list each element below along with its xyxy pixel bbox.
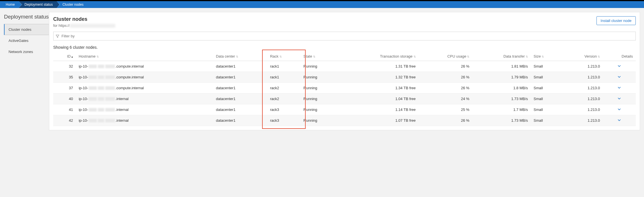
cell-datacenter: datacenter1: [213, 94, 267, 104]
sort-icon: ⇅: [598, 55, 600, 58]
cluster-nodes-table: ID▴ Hostname⇅ Data center⇅ Rack⇅ State⇅: [53, 52, 636, 126]
cell-cpu: 26 %: [419, 72, 472, 83]
col-hostname[interactable]: Hostname⇅: [76, 52, 213, 61]
breadcrumb-item[interactable]: Deployment status: [19, 1, 57, 8]
cell-id: 35: [53, 72, 76, 83]
cell-datacenter: datacenter1: [213, 83, 267, 94]
content-title: Cluster nodes: [53, 16, 115, 22]
sort-icon: ⇅: [413, 55, 416, 58]
cell-rack: rack1: [267, 61, 301, 72]
sidebar: Deployment status Cluster nodesActiveGat…: [0, 8, 49, 57]
cell-state: Running: [301, 83, 338, 94]
sort-icon: ⇅: [236, 55, 238, 58]
page-title: Deployment status: [4, 14, 49, 20]
chevron-down-icon: [617, 96, 621, 100]
col-rack[interactable]: Rack⇅: [267, 52, 301, 61]
cell-version: 1.213.0: [562, 72, 603, 83]
table-row[interactable]: 41ip-10-.internaldatacenter1rack3Running…: [53, 104, 636, 115]
cell-data-transfer: 1.73 MB/s: [472, 115, 531, 126]
cell-tx-storage: 1.04 TB free: [338, 94, 419, 104]
cell-version: 1.213.0: [562, 104, 603, 115]
breadcrumb-item[interactable]: Cluster nodes: [57, 1, 87, 8]
cell-id: 42: [53, 115, 76, 126]
chevron-down-icon: [617, 107, 621, 111]
redacted-url: [70, 24, 115, 28]
col-data-transfer[interactable]: Data transfer⇅: [472, 52, 531, 61]
expand-row-button[interactable]: [603, 94, 636, 104]
sidebar-nav: Cluster nodesActiveGatesNetwork zones: [4, 24, 49, 57]
cell-id: 37: [53, 83, 76, 94]
sidebar-item[interactable]: Cluster nodes: [4, 24, 49, 35]
expand-row-button[interactable]: [603, 83, 636, 94]
col-tx-storage[interactable]: Transaction storage⇅: [338, 52, 419, 61]
breadcrumb: HomeDeployment statusCluster nodes: [0, 1, 644, 8]
col-datacenter[interactable]: Data center⇅: [213, 52, 267, 61]
cell-datacenter: datacenter1: [213, 72, 267, 83]
sort-icon: ⇅: [467, 55, 469, 58]
expand-row-button[interactable]: [603, 115, 636, 126]
content-subtitle: for https://: [53, 23, 115, 28]
expand-row-button[interactable]: [603, 104, 636, 115]
cell-data-transfer: 1.81 MB/s: [472, 61, 531, 72]
cell-size: Small: [531, 94, 562, 104]
sort-icon: ⇅: [279, 55, 282, 58]
col-cpu[interactable]: CPU usage⇅: [419, 52, 472, 61]
cell-data-transfer: 1.79 MB/s: [472, 72, 531, 83]
table-row[interactable]: 37ip-10-.compute.internaldatacenter1rack…: [53, 83, 636, 94]
chevron-down-icon: [617, 118, 621, 122]
col-details: Details: [603, 52, 636, 61]
cell-rack: rack2: [267, 94, 301, 104]
chevron-down-icon: [617, 64, 621, 68]
sidebar-item[interactable]: Network zones: [4, 46, 49, 57]
filter-icon: [56, 34, 59, 38]
breadcrumb-item[interactable]: Home: [0, 1, 19, 8]
install-cluster-node-button[interactable]: Install cluster node: [596, 16, 636, 25]
cell-id: 32: [53, 61, 76, 72]
cell-size: Small: [531, 83, 562, 94]
cell-version: 1.213.0: [562, 115, 603, 126]
cell-tx-storage: 1.31 TB free: [338, 61, 419, 72]
cell-cpu: 26 %: [419, 115, 472, 126]
cell-hostname: ip-10-.internal: [76, 94, 213, 104]
col-id[interactable]: ID▴: [53, 52, 76, 61]
sort-asc-icon: ▴: [71, 55, 73, 58]
cell-size: Small: [531, 115, 562, 126]
cell-data-transfer: 1.8 MB/s: [472, 83, 531, 94]
sort-icon: ⇅: [526, 55, 528, 58]
table-row[interactable]: 35ip-10-.compute.internaldatacenter1rack…: [53, 72, 636, 83]
cell-hostname: ip-10-.compute.internal: [76, 72, 213, 83]
cell-state: Running: [301, 115, 338, 126]
cell-id: 41: [53, 104, 76, 115]
expand-row-button[interactable]: [603, 72, 636, 83]
chevron-down-icon: [617, 75, 621, 79]
cell-cpu: 26 %: [419, 61, 472, 72]
col-size[interactable]: Size⇅: [531, 52, 562, 61]
cell-hostname: ip-10-.compute.internal: [76, 83, 213, 94]
main-panel: Cluster nodes for https:// Install clust…: [49, 12, 640, 130]
table-row[interactable]: 32ip-10-.compute.internaldatacenter1rack…: [53, 61, 636, 72]
cell-hostname: ip-10-.internal: [76, 104, 213, 115]
cell-version: 1.213.0: [562, 94, 603, 104]
cell-tx-storage: 1.34 TB free: [338, 83, 419, 94]
cell-state: Running: [301, 94, 338, 104]
col-version[interactable]: Version⇅: [562, 52, 603, 61]
filter-bar[interactable]: [53, 32, 636, 40]
filter-input[interactable]: [61, 34, 633, 38]
table-row[interactable]: 40ip-10-.internaldatacenter1rack2Running…: [53, 94, 636, 104]
col-state[interactable]: State⇅: [301, 52, 338, 61]
cell-state: Running: [301, 61, 338, 72]
table-row[interactable]: 42ip-10-.internaldatacenter1rack3Running…: [53, 115, 636, 126]
sidebar-item[interactable]: ActiveGates: [4, 35, 49, 46]
expand-row-button[interactable]: [603, 61, 636, 72]
cell-datacenter: datacenter1: [213, 104, 267, 115]
chevron-down-icon: [617, 86, 621, 90]
cell-rack: rack1: [267, 72, 301, 83]
cell-id: 40: [53, 94, 76, 104]
cell-size: Small: [531, 104, 562, 115]
cell-rack: rack3: [267, 104, 301, 115]
sort-icon: ⇅: [313, 55, 315, 58]
cell-tx-storage: 1.32 TB free: [338, 72, 419, 83]
cell-tx-storage: 1.07 TB free: [338, 115, 419, 126]
cell-state: Running: [301, 72, 338, 83]
sort-icon: ⇅: [542, 55, 544, 58]
